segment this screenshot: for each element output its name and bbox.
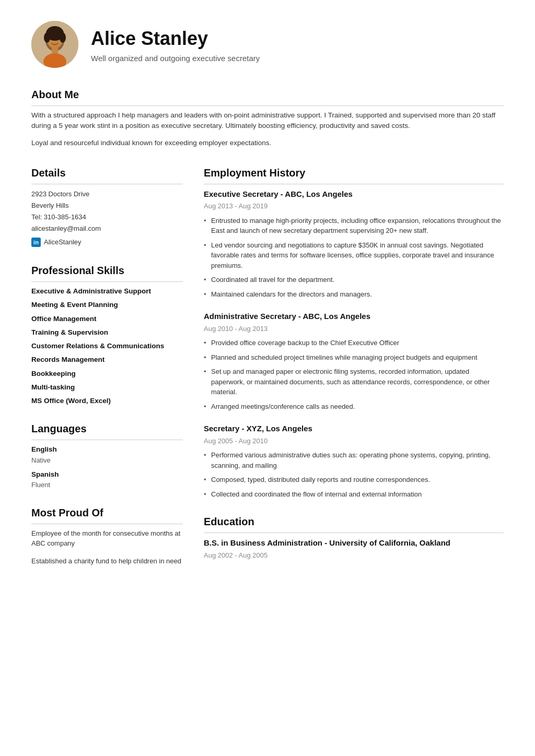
edu-degree-0: B.S. in Business Administration - Univer… (204, 537, 504, 549)
svg-point-9 (57, 38, 60, 40)
candidate-tagline: Well organized and outgoing executive se… (91, 53, 260, 65)
lang-level-1: Fluent (31, 480, 183, 490)
skill-item-6: Bookkeeping (31, 369, 183, 379)
two-column-layout: Details 2923 Doctors Drive Beverly Hills… (31, 165, 504, 574)
edu-dates-0: Aug 2002 - Aug 2005 (204, 550, 504, 561)
skill-item-5: Records Management (31, 355, 183, 365)
resume-header: Alice Stanley Well organized and outgoin… (31, 21, 504, 68)
right-column: Employment History Executive Secretary -… (204, 165, 504, 574)
skill-item-3: Training & Supervision (31, 327, 183, 338)
svg-rect-6 (52, 48, 58, 53)
languages-title: Languages (31, 421, 183, 440)
lang-name-1: Spanish (31, 469, 183, 480)
about-section: About Me With a structured approach I he… (31, 87, 504, 148)
tel: Tel: 310-385-1634 (31, 211, 183, 223)
svg-point-4 (44, 32, 50, 43)
job-title-2: Secretary - XYZ, Los Angeles (204, 423, 504, 435)
job-2: Secretary - XYZ, Los Angeles Aug 2005 - … (204, 423, 504, 499)
proud-item-1: Established a charity fund to help child… (31, 556, 183, 566)
job-bullet-1-0: Provided office coverage backup to the C… (204, 338, 504, 348)
employment-title: Employment History (204, 165, 504, 184)
details-section: Details 2923 Doctors Drive Beverly Hills… (31, 165, 183, 248)
job-dates-0: Aug 2013 - Aug 2019 (204, 201, 504, 211)
job-bullets-0: Entrusted to manage high-priority projec… (204, 216, 504, 300)
skills-title: Professional Skills (31, 263, 183, 282)
linkedin-icon: in (31, 238, 41, 247)
header-text: Alice Stanley Well organized and outgoin… (91, 25, 260, 65)
skill-item-2: Office Management (31, 314, 183, 324)
skill-item-1: Meeting & Event Planning (31, 300, 183, 310)
lang-level-0: Native (31, 455, 183, 466)
address-line1: 2923 Doctors Drive (31, 188, 183, 200)
skills-section: Professional Skills Executive & Administ… (31, 263, 183, 406)
linkedin-handle: AliceStanley (44, 237, 82, 248)
skill-item-8: MS Office (Word, Excel) (31, 396, 183, 406)
proud-section: Most Proud Of Employee of the month for … (31, 505, 183, 566)
job-1: Administrative Secretary - ABC, Los Ange… (204, 311, 504, 411)
job-bullet-0-3: Maintained calendars for the directors a… (204, 289, 504, 300)
employment-section: Employment History Executive Secretary -… (204, 165, 504, 500)
proud-title: Most Proud Of (31, 505, 183, 524)
skill-item-0: Executive & Administrative Support (31, 286, 183, 297)
linkedin-row: in AliceStanley (31, 237, 183, 248)
job-bullet-0-1: Led vendor sourcing and negotiations to … (204, 240, 504, 271)
job-title-0: Executive Secretary - ABC, Los Angeles (204, 188, 504, 200)
job-bullet-1-2: Set up and managed paper or electronic f… (204, 367, 504, 397)
address-line2: Beverly Hills (31, 200, 183, 211)
details-title: Details (31, 165, 183, 184)
language-item-1: Spanish Fluent (31, 469, 183, 490)
avatar (31, 21, 78, 68)
language-item-0: English Native (31, 444, 183, 465)
education-section: Education B.S. in Business Administratio… (204, 514, 504, 560)
about-paragraph-1: With a structured approach I help manage… (31, 110, 504, 132)
about-title: About Me (31, 87, 504, 106)
job-bullets-1: Provided office coverage backup to the C… (204, 338, 504, 411)
job-bullets-2: Performed various administrative duties … (204, 450, 504, 499)
education-title: Education (204, 514, 504, 533)
email: alicestanley@mail.com (31, 223, 183, 234)
about-paragraph-2: Loyal and resourceful individual known f… (31, 138, 504, 148)
details-content: 2923 Doctors Drive Beverly Hills Tel: 31… (31, 188, 183, 248)
proud-item-0: Employee of the month for consecutive mo… (31, 528, 183, 549)
svg-point-5 (60, 32, 66, 43)
languages-section: Languages English Native Spanish Fluent (31, 421, 183, 490)
job-bullet-1-1: Planned and scheduled project timelines … (204, 352, 504, 363)
job-bullet-0-2: Coordinated all travel for the departmen… (204, 275, 504, 285)
skill-item-7: Multi-tasking (31, 382, 183, 393)
job-dates-2: Aug 2005 - Aug 2010 (204, 436, 504, 446)
job-bullet-2-1: Composed, typed, distributed daily repor… (204, 475, 504, 485)
edu-item-0: B.S. in Business Administration - Univer… (204, 537, 504, 560)
left-column: Details 2923 Doctors Drive Beverly Hills… (31, 165, 183, 574)
lang-name-0: English (31, 444, 183, 455)
svg-point-8 (51, 38, 53, 40)
skill-item-4: Customer Relations & Communications (31, 341, 183, 351)
job-bullet-2-0: Performed various administrative duties … (204, 450, 504, 470)
job-title-1: Administrative Secretary - ABC, Los Ange… (204, 311, 504, 323)
job-bullet-1-3: Arranged meetings/conference calls as ne… (204, 401, 504, 412)
job-dates-1: Aug 2010 - Aug 2013 (204, 324, 504, 334)
job-0: Executive Secretary - ABC, Los Angeles A… (204, 188, 504, 300)
job-bullet-2-2: Collected and coordinated the flow of in… (204, 489, 504, 500)
job-bullet-0-0: Entrusted to manage high-priority projec… (204, 216, 504, 236)
candidate-name: Alice Stanley (91, 25, 260, 53)
